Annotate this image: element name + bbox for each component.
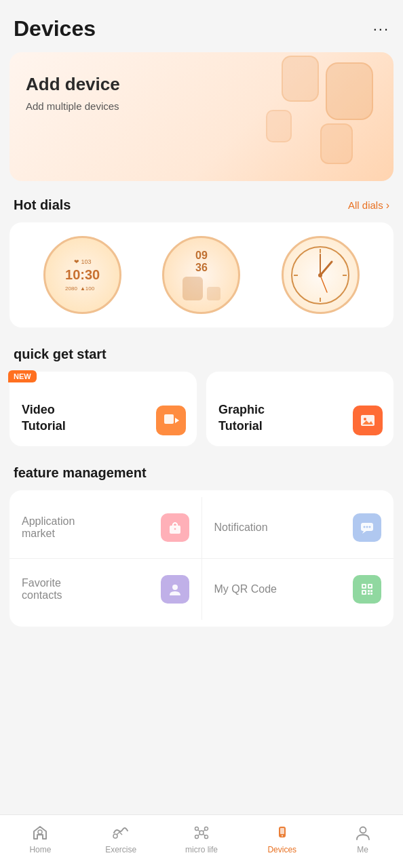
svg-line-34 [119, 832, 122, 835]
me-icon [353, 823, 372, 842]
me-nav-label: Me [357, 845, 368, 854]
svg-point-17 [364, 526, 366, 528]
devices-icon [273, 823, 292, 842]
fav-contacts-icon [161, 575, 189, 604]
add-device-banner[interactable]: Add device Add multiple devices [9, 52, 394, 181]
feature-management-section: feature management Applicationmarket Not… [0, 465, 403, 627]
feature-management-title: feature management [0, 465, 403, 481]
graphic-tutorial-icon [353, 406, 383, 435]
nav-item-home[interactable]: Home [13, 823, 67, 854]
micro-life-nav-label: micro life [185, 845, 218, 854]
notification-label: Notification [214, 521, 353, 534]
svg-rect-30 [370, 593, 372, 595]
feature-row-2: Favoritecontacts My QR Code [9, 559, 394, 620]
svg-point-8 [318, 273, 322, 277]
quick-start-section: quick get start NEW VideoTutorial Graphi… [0, 347, 403, 446]
exercise-icon [111, 823, 130, 842]
fav-contacts-label: Favoritecontacts [22, 577, 161, 601]
nav-item-exercise[interactable]: Exercise [94, 823, 148, 854]
qr-icon [360, 582, 375, 597]
quick-start-header: quick get start [0, 347, 403, 362]
banner-text: Add device Add multiple devices [26, 74, 377, 112]
char-figure [183, 277, 203, 300]
banner-subtitle: Add multiple devices [26, 100, 377, 112]
hot-dials-header: Hot dials All dials › [0, 197, 403, 213]
play-icon [163, 412, 179, 429]
dial-item-analog[interactable] [282, 236, 360, 314]
nav-item-devices[interactable]: Devices [255, 823, 309, 854]
app-market-icon [161, 513, 189, 542]
svg-rect-22 [363, 585, 365, 587]
svg-line-42 [198, 834, 200, 835]
char-accessory [207, 287, 220, 300]
dial-item-character[interactable]: 0936 [162, 236, 240, 314]
app-market-label: Applicationmarket [22, 515, 161, 540]
app-market-item[interactable]: Applicationmarket [9, 497, 202, 558]
dials-container: ❤ 103 10:30 2080 ▲100 0936 [9, 222, 394, 328]
devices-nav-label: Devices [267, 845, 296, 854]
svg-rect-24 [369, 585, 371, 587]
nav-item-micro-life[interactable]: micro life [174, 823, 229, 854]
svg-line-41 [203, 830, 205, 831]
svg-rect-26 [363, 591, 365, 593]
dial-circle-digital: ❤ 103 10:30 2080 ▲100 [43, 236, 121, 314]
new-badge: NEW [8, 370, 37, 382]
nav-item-me[interactable]: Me [336, 823, 390, 854]
svg-point-37 [204, 827, 208, 831]
feature-row-1: Applicationmarket Notification [9, 497, 394, 559]
watch-decoration-mid [282, 56, 319, 102]
svg-rect-45 [280, 828, 284, 834]
svg-marker-10 [175, 418, 179, 423]
dial-character-display: 0936 [183, 250, 220, 300]
dial-circle-character: 0936 [162, 236, 240, 314]
svg-line-7 [320, 275, 327, 292]
image-icon [360, 412, 376, 429]
nav-spacer [0, 646, 403, 713]
svg-point-20 [172, 585, 178, 590]
watch-decoration-small [320, 123, 353, 164]
exercise-nav-label: Exercise [105, 845, 136, 854]
dial-circle-analog [282, 236, 360, 314]
feature-grid: Applicationmarket Notification [9, 490, 394, 627]
watch-decoration-big [326, 62, 373, 120]
graphic-tutorial-card[interactable]: GraphicTutorial [206, 372, 394, 446]
page-title: Devices [14, 16, 96, 41]
svg-point-38 [195, 835, 198, 839]
svg-point-31 [38, 830, 42, 834]
banner-title: Add device [26, 74, 377, 95]
svg-line-5 [320, 262, 332, 275]
all-dials-link[interactable]: All dials › [348, 199, 389, 212]
svg-point-47 [360, 827, 366, 833]
home-icon [31, 823, 50, 842]
svg-rect-27 [368, 590, 370, 592]
svg-rect-9 [164, 414, 174, 424]
clock-face-svg [290, 245, 351, 306]
person-icon [168, 582, 183, 597]
video-tutorial-card[interactable]: NEW VideoTutorial [9, 372, 197, 446]
micro-life-icon [192, 823, 211, 842]
svg-line-40 [198, 830, 200, 831]
svg-point-12 [364, 418, 366, 420]
svg-point-18 [366, 526, 368, 528]
qr-code-item[interactable]: My QR Code [202, 559, 394, 620]
quick-cards-container: NEW VideoTutorial GraphicTutorial [9, 372, 394, 446]
notification-icon [353, 513, 381, 542]
fav-contacts-item[interactable]: Favoritecontacts [9, 559, 202, 620]
svg-point-46 [282, 835, 283, 837]
dial-item-digital[interactable]: ❤ 103 10:30 2080 ▲100 [43, 236, 121, 314]
hot-dials-title: Hot dials [14, 197, 71, 213]
bottom-navigation: Home Exercise [0, 814, 403, 868]
bag-icon [168, 520, 183, 535]
svg-point-36 [195, 827, 198, 831]
svg-line-33 [117, 832, 119, 835]
dial-digital-display: ❤ 103 10:30 2080 ▲100 [65, 258, 100, 292]
chevron-right-icon: › [386, 199, 389, 212]
qr-code-icon [353, 575, 381, 604]
more-options-button[interactable]: ··· [373, 20, 389, 38]
svg-rect-29 [368, 593, 370, 595]
hot-dials-section: Hot dials All dials › ❤ 103 10:30 2080 ▲… [0, 197, 403, 328]
svg-point-19 [369, 526, 371, 528]
chat-icon [360, 520, 375, 535]
watch-decoration-xs [266, 110, 292, 142]
notification-item[interactable]: Notification [202, 497, 394, 558]
